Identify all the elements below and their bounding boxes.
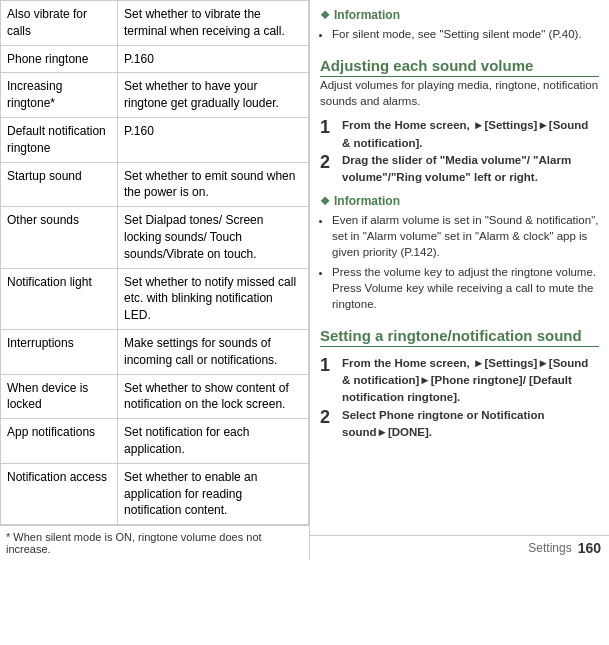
table-cell-label: Phone ringtone [1, 45, 118, 73]
table-cell-label: Notification access [1, 463, 118, 524]
right-wrapper: Information For silent mode, see "Settin… [310, 0, 609, 560]
settings-table: Also vibrate for callsSet whether to vib… [0, 0, 309, 525]
step-item: 2Drag the slider of "Media volume"/ "Ala… [320, 152, 599, 187]
section-2: Setting a ringtone/notification sound [320, 323, 599, 347]
table-cell-desc: P.160 [118, 117, 309, 162]
steps2-container: 1From the Home screen, ►[Settings]►[Soun… [320, 355, 599, 441]
table-cell-desc: Set whether to notify missed call etc. w… [118, 268, 309, 329]
table-cell-desc: Set whether to vibrate the terminal when… [118, 1, 309, 46]
info-block-2: Information Even if alarm volume is set … [320, 194, 599, 315]
section-heading-2: Setting a ringtone/notification sound [320, 327, 599, 347]
section-desc-1: Adjust volumes for playing media, ringto… [320, 77, 599, 109]
table-cell-label: Interruptions [1, 329, 118, 374]
step-text: Drag the slider of "Media volume"/ "Alar… [342, 152, 599, 187]
bottom-settings-label: Settings [528, 541, 571, 555]
table-cell-label: App notifications [1, 419, 118, 464]
table-cell-label: Increasing ringtone* [1, 73, 118, 118]
table-cell-desc: Set whether to show content of notificat… [118, 374, 309, 419]
table-cell-label: When device is locked [1, 374, 118, 419]
table-cell-desc: Set notification for each application. [118, 419, 309, 464]
info-title-2: Information [320, 194, 599, 208]
table-cell-desc: Set Dialpad tones/ Screen locking sounds… [118, 207, 309, 268]
step-number: 2 [320, 407, 336, 429]
right-content: Information For silent mode, see "Settin… [310, 0, 609, 535]
step-text: From the Home screen, ►[Settings]►[Sound… [342, 355, 599, 407]
table-cell-label: Startup sound [1, 162, 118, 207]
table-cell-desc: Set whether to have your ringtone get gr… [118, 73, 309, 118]
section-heading-1: Adjusting each sound volume [320, 57, 599, 77]
table-cell-label: Notification light [1, 268, 118, 329]
section-1: Adjusting each sound volume Adjust volum… [320, 53, 599, 109]
step-number: 1 [320, 117, 336, 139]
info-bullet: Even if alarm volume is set in "Sound & … [332, 212, 599, 260]
steps1-container: 1From the Home screen, ►[Settings]►[Soun… [320, 117, 599, 186]
step-number: 2 [320, 152, 336, 174]
table-cell-desc: Set whether to emit sound when the power… [118, 162, 309, 207]
info-text-1: For silent mode, see "Setting silent mod… [320, 26, 599, 45]
step-text: From the Home screen, ►[Settings]►[Sound… [342, 117, 599, 152]
info-bullet: Press the volume key to adjust the ringt… [332, 264, 599, 312]
table-cell-label: Default notification ringtone [1, 117, 118, 162]
info-block-1: Information For silent mode, see "Settin… [320, 8, 599, 45]
bottom-bar: Settings 160 [310, 535, 609, 560]
step-item: 2Select Phone ringtone or Notification s… [320, 407, 599, 442]
table-cell-desc: Make settings for sounds of incoming cal… [118, 329, 309, 374]
page-container: Also vibrate for callsSet whether to vib… [0, 0, 609, 560]
table-cell-label: Also vibrate for calls [1, 1, 118, 46]
info-text-2: Even if alarm volume is set in "Sound & … [320, 212, 599, 315]
step-number: 1 [320, 355, 336, 377]
step-text: Select Phone ringtone or Notification so… [342, 407, 599, 442]
table-cell-desc: P.160 [118, 45, 309, 73]
info-title-1: Information [320, 8, 599, 22]
bottom-page-num: 160 [578, 540, 601, 556]
info-bullet: For silent mode, see "Setting silent mod… [332, 26, 599, 42]
footnote: * When silent mode is ON, ringtone volum… [0, 525, 309, 560]
step-item: 1From the Home screen, ►[Settings]►[Soun… [320, 355, 599, 407]
step-item: 1From the Home screen, ►[Settings]►[Soun… [320, 117, 599, 152]
table-cell-desc: Set whether to enable an application for… [118, 463, 309, 524]
left-section: Also vibrate for callsSet whether to vib… [0, 0, 310, 560]
table-cell-label: Other sounds [1, 207, 118, 268]
